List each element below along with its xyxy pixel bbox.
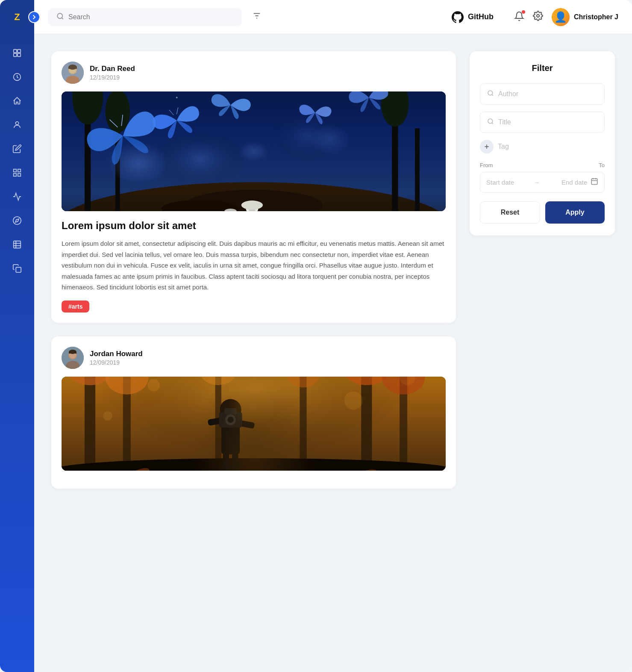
sidebar-item-grid[interactable] [7,162,27,183]
filter-icon[interactable] [252,11,262,23]
title-search-icon [487,118,494,127]
main-content: Dr. Dan Reed 12/19/2019 [34,34,632,672]
logo-z-letter: Z [14,12,20,23]
svg-point-43 [176,97,178,98]
svg-rect-82 [221,416,240,454]
notification-button[interactable] [514,11,524,23]
post-title: Lorem ipsum dolor sit amet [62,219,446,232]
svg-point-95 [400,377,415,385]
svg-point-89 [227,417,233,423]
date-labels-row: From To [480,162,605,168]
add-tag-button[interactable] [480,140,494,153]
from-label: From [480,162,541,168]
svg-rect-64 [62,377,446,471]
svg-point-5 [15,122,18,125]
svg-rect-34 [392,113,398,211]
svg-rect-8 [14,174,16,176]
search-bar[interactable] [48,8,242,26]
header-right: Christopher J [514,8,618,26]
sidebar-item-copy[interactable] [7,258,27,279]
sidebar-item-dashboard[interactable] [7,67,27,87]
svg-rect-91 [232,453,238,471]
svg-point-71 [63,377,117,385]
svg-point-35 [381,91,409,127]
end-date-placeholder: End date [543,179,587,186]
svg-point-17 [57,13,62,18]
title-placeholder: Title [498,118,511,126]
svg-point-56 [224,209,237,211]
filter-panel: Filter Author Title Tag From [470,51,615,655]
svg-point-31 [72,91,103,124]
sidebar-item-table[interactable] [7,234,27,255]
avatar-image [552,8,570,26]
sidebar-item-nft[interactable] [7,43,27,63]
svg-rect-85 [237,420,255,429]
svg-rect-36 [415,128,420,211]
sidebar-item-edit[interactable] [7,139,27,159]
post-image [62,91,446,211]
post-tag[interactable]: #arts [62,301,89,312]
sidebar-item-compass[interactable] [7,210,27,231]
svg-point-53 [241,200,263,210]
svg-point-72 [105,377,148,395]
svg-point-51 [246,204,259,211]
author-avatar-face-2 [62,347,84,369]
search-input[interactable] [68,13,233,21]
svg-marker-11 [15,219,19,222]
svg-rect-52 [249,205,255,211]
svg-point-79 [126,466,150,471]
author-avatar-2 [62,347,84,369]
sidebar-item-chart[interactable] [7,186,27,207]
svg-rect-9 [18,174,21,176]
date-arrow-icon: → [534,179,540,186]
sidebar-expand-button[interactable] [28,11,40,23]
start-date-placeholder: Start date [486,179,530,186]
github-label: GitHub [468,12,494,21]
svg-rect-0 [14,50,17,53]
calendar-icon[interactable] [591,177,598,187]
author-name-2: Jordan Howard [90,350,143,358]
svg-rect-27 [68,67,77,69]
filter-buttons: Reset Apply [480,201,605,224]
svg-point-38 [269,109,346,163]
svg-point-81 [361,469,377,471]
tag-filter-row: Tag [480,140,605,153]
svg-point-10 [13,217,21,224]
svg-line-46 [175,108,180,115]
logo-circle: Z [7,7,27,27]
photographer-image [62,377,446,471]
title-filter-field[interactable]: Title [480,112,605,133]
svg-rect-67 [361,377,372,471]
settings-icon[interactable] [533,11,543,24]
github-brand: GitHub [452,11,494,23]
filter-card: Filter Author Title Tag From [470,51,615,236]
sidebar-item-users[interactable] [7,115,27,135]
svg-rect-3 [18,53,21,56]
user-name: Christopher J [574,13,618,21]
svg-rect-68 [400,377,407,471]
search-icon [56,12,64,22]
svg-point-83 [220,399,241,420]
author-filter-field[interactable]: Author [480,83,605,105]
notification-dot [522,10,525,14]
user-info[interactable]: Christopher J [552,8,618,26]
posts-feed: Dr. Dan Reed 12/19/2019 [51,51,456,655]
author-avatar-face [62,62,84,84]
svg-point-54 [227,210,235,211]
svg-rect-84 [208,417,224,425]
svg-point-75 [199,377,238,385]
svg-point-93 [344,391,363,410]
post-date-2: 12/09/2019 [90,359,143,366]
post-body: Lorem ipsum dolor sit amet, consectetur … [62,238,446,293]
tag-placeholder: Tag [498,143,509,150]
sidebar-item-home[interactable] [7,91,27,111]
svg-rect-62 [69,352,76,354]
svg-rect-69 [215,377,221,471]
reset-button[interactable]: Reset [480,201,540,224]
header: GitHub Christopher J [34,0,632,34]
apply-button[interactable]: Apply [545,201,605,224]
svg-point-37 [154,128,246,190]
date-range-field[interactable]: Start date → End date [480,172,605,193]
svg-rect-30 [85,105,91,211]
svg-point-74 [382,377,425,395]
